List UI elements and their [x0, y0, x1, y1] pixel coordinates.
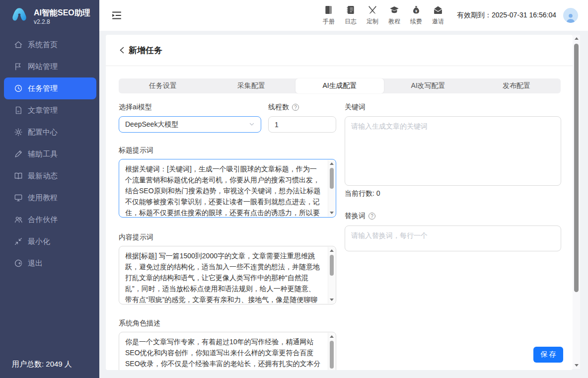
sidebar-item-label: 辅助工具 — [28, 150, 58, 159]
svg-text:w: w — [17, 110, 20, 113]
sidebar-item-tutorial[interactable]: 使用教程 — [4, 187, 96, 209]
scroll-down-icon[interactable] — [330, 212, 334, 214]
home-icon — [14, 40, 23, 49]
sidebar-item-logout[interactable]: 退出 — [4, 252, 96, 274]
save-button[interactable]: 保存 — [533, 347, 563, 363]
sidebar-item-label: 任务管理 — [28, 84, 58, 93]
scroll-up-icon[interactable] — [575, 37, 579, 40]
sidebar-item-label: 最小化 — [28, 237, 50, 246]
replace-placeholder: 请输入替换词，每行一个 — [351, 231, 428, 239]
ai-model-select[interactable]: DeepSeek大模型 — [119, 116, 261, 133]
content-prompt-textarea[interactable]: 根据[标题] 写一篇1500到2000字的文章，文章需要注重思维跳跃，避免过度的… — [119, 246, 336, 304]
logout-icon — [14, 259, 23, 268]
sidebar-item-label: 系统首页 — [28, 40, 58, 50]
action-label: 邀请 — [427, 17, 449, 26]
page-title: 新增任务 — [129, 45, 162, 56]
scroll-up-icon[interactable] — [330, 162, 334, 165]
scroll-down-icon[interactable] — [330, 299, 334, 301]
chevron-down-icon — [249, 121, 255, 129]
app-version: v2.2.8 — [34, 18, 90, 26]
article-doc-icon: w — [14, 106, 23, 115]
main-card: 新增任务 任务设置 采集配置 AI生成配置 AI改写配置 发布配置 选择ai模型… — [106, 35, 573, 370]
menu-fold-icon[interactable] — [111, 10, 122, 21]
sidebar-item-home[interactable]: 系统首页 — [4, 34, 96, 56]
page-scrollbar[interactable] — [573, 35, 580, 369]
textarea-scrollbar[interactable] — [328, 160, 335, 217]
expiry-text: 有效期到：2025-07-31 16:56:04 — [457, 11, 556, 20]
app-window: AI智能SEO助理 v2.2.8 系统首页 网站管理 任务管理 w 文章管理 — [0, 0, 588, 378]
sidebar-item-tasks[interactable]: 任务管理 — [4, 77, 96, 99]
sidebar-item-label: 网站管理 — [28, 62, 58, 72]
sidebar-item-tools[interactable]: 辅助工具 — [4, 143, 96, 165]
scrollbar-thumb[interactable] — [574, 44, 579, 292]
title-prompt-textarea[interactable]: 根据关键词：[关键词]，生成一个吸引眼球的文章标题，作为一个流量营销和标题优化的… — [119, 159, 336, 218]
app-title: AI智能SEO助理 — [34, 8, 90, 18]
news-book-icon — [14, 171, 23, 180]
action-invite[interactable]: 邀请 — [427, 5, 449, 26]
invite-mail-icon — [427, 5, 449, 16]
action-label: 教程 — [383, 17, 405, 26]
sidebar-item-label: 退出 — [28, 259, 43, 268]
threads-label: 线程数? — [268, 103, 299, 112]
action-label: 日志 — [340, 17, 362, 26]
tab-publish-config[interactable]: 发布配置 — [472, 78, 561, 93]
sidebar-item-partners[interactable]: 合作伙伴 — [4, 209, 96, 230]
action-manual[interactable]: 手册 — [318, 5, 340, 26]
site-flag-icon — [14, 62, 23, 71]
system-role-label: 系统角色描述 — [119, 319, 160, 328]
tab-collect-config[interactable]: 采集配置 — [207, 78, 295, 93]
custom-pencils-icon — [362, 5, 383, 16]
action-label: 续费 — [405, 17, 427, 26]
system-role-textarea[interactable]: 你是一个文章写作专家，有着超过10年的写作经验，精通网站SEO优化和内容创作，你… — [119, 332, 336, 370]
user-total-count: 用户总数: 2049 人 — [12, 360, 72, 369]
user-avatar[interactable] — [563, 8, 578, 23]
scroll-up-icon[interactable] — [330, 249, 334, 252]
sidebar-item-news[interactable]: 最新动态 — [4, 165, 96, 187]
action-course[interactable]: 教程 — [383, 5, 405, 26]
scroll-up-icon[interactable] — [330, 335, 334, 338]
replace-textarea[interactable]: 请输入替换词，每行一个 — [345, 226, 561, 251]
tab-ai-generate-config[interactable]: AI生成配置 — [295, 78, 384, 93]
sidebar-menu: 系统首页 网站管理 任务管理 w 文章管理 配置中心 辅助工具 — [0, 34, 99, 274]
page-head: 新增任务 — [106, 35, 573, 66]
partner-people-icon — [14, 215, 23, 224]
action-label: 定制 — [362, 17, 383, 26]
help-question-icon[interactable]: ? — [292, 104, 299, 111]
keywords-textarea[interactable]: 请输入生成文章的关键词 — [345, 116, 561, 186]
action-log[interactable]: 日志 — [340, 5, 362, 26]
action-custom[interactable]: 定制 — [362, 5, 383, 26]
header-actions: 手册 日志 定制 教程 ¥ 续费 邀请 — [318, 5, 449, 26]
course-cap-icon — [383, 5, 405, 16]
sidebar-item-minimize[interactable]: 最小化 — [4, 230, 96, 252]
scrollbar-thumb[interactable] — [330, 255, 334, 276]
user-avatar-icon — [565, 12, 577, 23]
logo-row: AI智能SEO助理 v2.2.8 — [0, 0, 99, 33]
minimize-icon — [14, 237, 23, 246]
help-question-icon[interactable]: ? — [368, 213, 375, 220]
back-icon[interactable] — [118, 46, 127, 55]
sidebar-item-articles[interactable]: w 文章管理 — [4, 99, 96, 121]
textarea-scrollbar[interactable] — [328, 333, 335, 370]
ai-model-value: DeepSeek大模型 — [125, 120, 178, 129]
sidebar-item-label: 配置中心 — [28, 128, 58, 137]
keywords-line-count: 当前行数: 0 — [345, 189, 380, 198]
task-clock-icon — [14, 84, 23, 93]
threads-value: 1 — [275, 121, 279, 129]
sidebar: AI智能SEO助理 v2.2.8 系统首页 网站管理 任务管理 w 文章管理 — [0, 0, 99, 378]
action-label: 手册 — [318, 17, 340, 26]
scrollbar-thumb[interactable] — [330, 168, 334, 189]
textarea-scrollbar[interactable] — [328, 247, 335, 303]
scrollbar-thumb[interactable] — [330, 341, 334, 369]
tools-pen-icon — [14, 150, 23, 158]
sidebar-item-sites[interactable]: 网站管理 — [4, 56, 96, 77]
title-prompt-value: 根据关键词：[关键词]，生成一个吸引眼球的文章标题，作为一个流量营销和标题优化的… — [125, 165, 321, 217]
action-renew[interactable]: ¥ 续费 — [405, 5, 427, 26]
manual-book-icon — [318, 5, 340, 16]
threads-input[interactable]: 1 — [268, 116, 336, 133]
tab-task-settings[interactable]: 任务设置 — [119, 78, 207, 93]
app-logo-icon — [10, 7, 29, 27]
sidebar-item-config[interactable]: 配置中心 — [4, 121, 96, 143]
tab-ai-rewrite-config[interactable]: AI改写配置 — [384, 78, 472, 93]
scroll-down-icon[interactable] — [575, 364, 579, 367]
log-journal-icon — [340, 5, 362, 16]
